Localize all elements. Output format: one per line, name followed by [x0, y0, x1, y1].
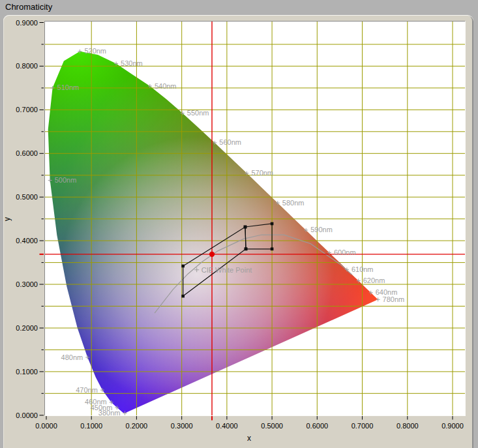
- y-tick-label: 0.8000: [16, 62, 38, 70]
- quadrangle-corner-dot: [181, 265, 185, 268]
- wavelength-label-780nm: 780nm: [383, 295, 405, 303]
- wavelength-label-510nm: 510nm: [57, 83, 80, 91]
- x-tick-label: 0.8000: [396, 422, 419, 430]
- wavelength-label-530nm: 530nm: [121, 59, 143, 67]
- chromaticity-window: { "window": { "title": "Chromaticity" },…: [0, 0, 478, 448]
- wavelength-label-590nm: 590nm: [310, 226, 333, 233]
- quadrangle-corner-dot: [271, 222, 274, 226]
- x-tick-label: 0.5000: [261, 422, 283, 430]
- chromaticity-chart: 520nm530nm510nm540nm550nm560nm570nm580nm…: [0, 0, 478, 448]
- y-tick-label: 0.0000: [16, 411, 38, 419]
- wavelength-label-580nm: 580nm: [282, 199, 305, 207]
- y-axis-title: y: [3, 217, 12, 221]
- x-tick-label: 0.6000: [306, 422, 328, 430]
- y-tick-label: 0.1000: [16, 368, 38, 376]
- x-tick-label: 0.4000: [216, 422, 238, 430]
- wavelength-label-520nm: 520nm: [84, 47, 106, 55]
- quadrangle-corner-dot: [245, 248, 248, 251]
- wavelength-label-480nm: 480nm: [61, 353, 83, 361]
- y-tick-label: 0.2000: [16, 324, 38, 332]
- wavelength-label-500nm: 500nm: [55, 176, 77, 184]
- y-tick-label: 0.5000: [16, 193, 38, 201]
- y-tick-label: 0.7000: [16, 106, 38, 113]
- quadrangle-corner-dot: [271, 248, 274, 251]
- wavelength-label-570nm: 570nm: [251, 169, 273, 177]
- x-tick-label: 0.1000: [80, 422, 102, 430]
- measured-point-marker: [209, 252, 215, 257]
- x-tick-label: 0.2000: [126, 422, 148, 430]
- x-tick-label: 0.9000: [441, 422, 464, 430]
- x-axis-title: x: [247, 434, 251, 443]
- y-tick-label: 0.6000: [16, 149, 38, 157]
- wavelength-label-550nm: 550nm: [187, 109, 209, 117]
- wavelength-label-620nm: 620nm: [363, 276, 385, 284]
- wavelength-label-540nm: 540nm: [155, 82, 177, 90]
- cie-white-point: CIE White Point: [194, 266, 252, 274]
- y-tick-label: 0.4000: [16, 237, 38, 245]
- window-title: Chromaticity: [5, 2, 52, 12]
- x-tick-label: 0.7000: [351, 422, 374, 430]
- wavelength-label-610nm: 610nm: [351, 265, 374, 273]
- y-tick-label: 0.9000: [16, 19, 38, 27]
- window-titlebar[interactable]: Chromaticity: [0, 0, 478, 15]
- white-point-label: CIE White Point: [202, 266, 252, 274]
- x-tick-label: 0.3000: [171, 422, 193, 430]
- x-tick-label: 0.0000: [35, 422, 57, 430]
- wavelength-label-600nm: 600nm: [334, 248, 356, 256]
- wavelength-label-560nm: 560nm: [219, 138, 241, 146]
- wavelength-label-380nm: 380nm: [98, 409, 121, 417]
- quadrangle-corner-dot: [244, 226, 247, 229]
- y-tick-label: 0.3000: [16, 280, 38, 288]
- quadrangle-corner-dot: [181, 295, 185, 298]
- wavelength-label-470nm: 470nm: [76, 386, 98, 394]
